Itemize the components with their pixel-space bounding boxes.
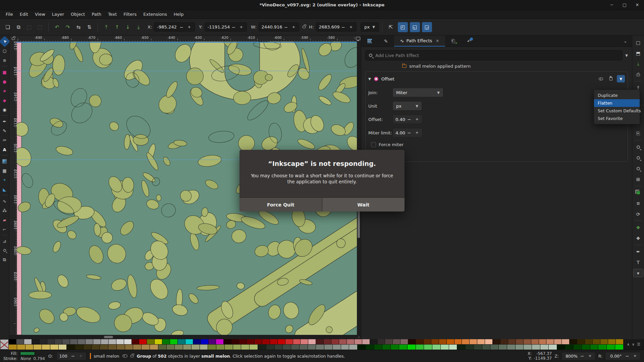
maximize-button[interactable]: ▢ xyxy=(621,2,628,7)
palette-swatch[interactable] xyxy=(565,345,573,350)
menu-edit[interactable]: Edit xyxy=(17,11,31,18)
node-editor-tool[interactable]: ⬡ xyxy=(1,47,9,55)
palette-swatch[interactable] xyxy=(590,345,598,350)
palette-swatch[interactable] xyxy=(278,339,285,344)
fill-color-swatch[interactable] xyxy=(20,352,35,355)
palette-swatch[interactable] xyxy=(293,339,301,344)
palette-swatch[interactable] xyxy=(255,339,262,344)
palette-swatch[interactable] xyxy=(362,339,370,344)
palette-swatch[interactable] xyxy=(200,345,208,350)
pages-tool[interactable]: ⧉ xyxy=(1,256,9,264)
effect-unit-select[interactable]: px▼ xyxy=(392,101,422,111)
palette-swatch[interactable] xyxy=(539,339,546,344)
palette-swatch[interactable] xyxy=(9,339,16,344)
palette-swatch[interactable] xyxy=(341,345,349,350)
palette-swatch[interactable] xyxy=(55,339,62,344)
horizontal-scrollbar[interactable] xyxy=(17,335,357,339)
palette-swatch[interactable] xyxy=(216,339,223,344)
palette-swatch[interactable] xyxy=(109,339,116,344)
palette-swatch[interactable] xyxy=(516,345,524,350)
lpe-list-item[interactable]: small melon applied pattern xyxy=(402,64,628,69)
palette-swatch[interactable] xyxy=(358,345,366,350)
paste-button[interactable]: ⎘ xyxy=(634,129,643,138)
palette-swatch[interactable] xyxy=(300,345,308,350)
stroke-value[interactable]: None xyxy=(20,356,31,361)
palette-swatch[interactable] xyxy=(470,339,477,344)
palette-swatch[interactable] xyxy=(324,345,332,350)
palette-swatch[interactable] xyxy=(482,345,490,350)
no-color-swatch[interactable] xyxy=(0,339,9,350)
palette-swatch[interactable] xyxy=(193,339,201,344)
palette-swatch[interactable] xyxy=(574,345,582,350)
flip-vertical[interactable]: ⇅ xyxy=(84,22,94,32)
spray-tool[interactable]: ⁂ xyxy=(1,206,9,215)
pencil-tool[interactable]: ✎ xyxy=(1,127,9,135)
wait-button[interactable]: Wait xyxy=(322,198,405,212)
palette-swatch[interactable] xyxy=(239,339,247,344)
palette-swatch[interactable] xyxy=(593,339,600,344)
layer-name[interactable]: small melon xyxy=(94,354,119,359)
palette-swatch[interactable] xyxy=(615,345,623,350)
palette-swatch[interactable] xyxy=(133,345,141,350)
palette-swatch[interactable] xyxy=(457,345,465,350)
palette-swatch[interactable] xyxy=(532,345,540,350)
palette-swatch[interactable] xyxy=(466,345,474,350)
ellipse-tool[interactable]: ● xyxy=(1,77,9,85)
lower-to-bottom[interactable]: ⤓ xyxy=(133,22,144,32)
rotate-cw[interactable]: ↷ xyxy=(63,22,73,32)
palette-swatch[interactable] xyxy=(585,339,592,344)
layer-lock-icon[interactable] xyxy=(130,355,133,357)
tab-fill-stroke[interactable]: ✎ xyxy=(378,36,394,47)
zoom-fit-button[interactable]: ⊞ xyxy=(634,175,643,183)
palette-swatch[interactable] xyxy=(570,339,577,344)
x-increment[interactable]: ＋ xyxy=(185,24,193,30)
palette-swatch[interactable] xyxy=(147,339,154,344)
rectangle-tool[interactable]: ■ xyxy=(1,68,9,76)
palette-swatch[interactable] xyxy=(485,339,492,344)
miter-decrement[interactable]: − xyxy=(406,130,413,135)
palette-swatch[interactable] xyxy=(116,339,124,344)
palette-swatch[interactable] xyxy=(75,345,83,350)
palette-swatch[interactable] xyxy=(408,345,416,350)
palette-swatch[interactable] xyxy=(378,339,385,344)
palette-swatch[interactable] xyxy=(241,345,249,350)
menu-item-duplicate[interactable]: Duplicate xyxy=(594,92,640,99)
layer-indicator[interactable]: small melon xyxy=(90,353,133,359)
w-field[interactable]: 2440.916 −＋ xyxy=(259,22,300,32)
palette-swatch[interactable] xyxy=(462,339,469,344)
palette-swatch[interactable] xyxy=(540,345,548,350)
ungroup-button[interactable]: ❖ xyxy=(634,234,643,242)
opacity-field[interactable]: 100 −＋ xyxy=(56,352,87,360)
palette-swatch[interactable] xyxy=(59,345,67,350)
opacity-decrement[interactable]: − xyxy=(69,353,77,359)
horizontal-scrollbar-thumb[interactable] xyxy=(104,336,113,338)
new-document-button[interactable]: ▢ xyxy=(634,38,643,47)
palette-swatch[interactable] xyxy=(308,339,316,344)
spiral-tool[interactable]: ◉ xyxy=(1,106,9,114)
palette-swatch[interactable] xyxy=(9,345,17,350)
palette-swatch[interactable] xyxy=(42,345,50,350)
calligraphy-tool[interactable]: ✑ xyxy=(1,136,9,144)
palette-swatch[interactable] xyxy=(507,345,515,350)
palette-swatch[interactable] xyxy=(40,339,47,344)
palette-swatch[interactable] xyxy=(108,345,116,350)
palette-swatch[interactable] xyxy=(170,339,177,344)
tab-document-properties[interactable]: ⎗ xyxy=(445,36,461,47)
raise[interactable]: ↑ xyxy=(112,22,122,32)
palette-swatch[interactable] xyxy=(209,339,216,344)
palette-swatch[interactable] xyxy=(25,345,34,350)
lock-objects-button[interactable]: ⧈ xyxy=(634,199,643,207)
palette-swatch[interactable] xyxy=(78,339,85,344)
palette-swatch[interactable] xyxy=(577,339,585,344)
h-increment[interactable]: ＋ xyxy=(347,24,355,30)
palette-swatch[interactable] xyxy=(225,345,233,350)
palette-swatch[interactable] xyxy=(339,339,346,344)
color-managed-display-icon[interactable] xyxy=(356,37,360,40)
tab-path-effects[interactable]: ∿ Path Effects ✕ xyxy=(394,36,445,47)
palette-swatch[interactable] xyxy=(308,345,316,350)
rotation-increment[interactable]: ＋ xyxy=(631,353,639,359)
palette-swatch[interactable] xyxy=(370,339,377,344)
palette-swatch[interactable] xyxy=(493,339,500,344)
lpe-search-input[interactable]: Add Live Path Effect xyxy=(365,50,623,60)
unit-select[interactable]: px▼ xyxy=(361,22,379,32)
